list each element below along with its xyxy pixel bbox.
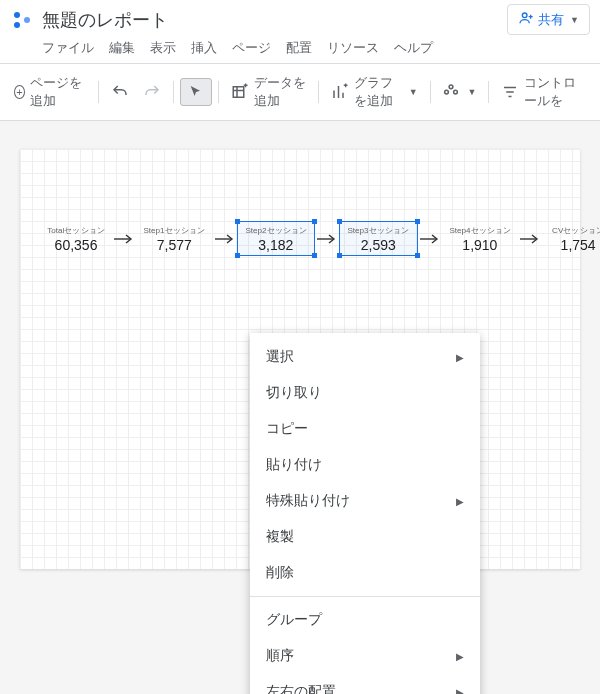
chevron-right-icon: ▶ [456,496,464,507]
ctx-copy[interactable]: コピー [250,411,480,447]
add-data-button[interactable]: データを追加 [225,70,312,114]
svg-point-5 [445,90,449,94]
data-add-icon [231,83,249,101]
chevron-down-icon: ▼ [409,87,418,97]
menu-arrange[interactable]: 配置 [286,39,312,57]
redo-icon [143,83,161,101]
scorecard-cv[interactable]: CVセッション1,754 [542,222,600,255]
app-logo-icon [10,8,34,32]
arrow-icon [419,234,441,244]
menu-page[interactable]: ページ [232,39,271,57]
ctx-select[interactable]: 選択▶ [250,339,480,375]
share-label: 共有 [538,11,564,29]
ctx-paste-special[interactable]: 特殊貼り付け▶ [250,483,480,519]
funnel-flow: Totalセッション60,356 Step1セッション7,577 Step2セッ… [40,221,600,256]
add-control-button[interactable]: コントロールを [495,70,592,114]
canvas-area[interactable]: Totalセッション60,356 Step1セッション7,577 Step2セッ… [0,121,600,694]
menu-insert[interactable]: 挿入 [191,39,217,57]
app-header: 無題のレポート 共有 ▼ ファイル 編集 表示 挿入 ページ 配置 リソース ヘ… [0,0,600,64]
ctx-duplicate[interactable]: 複製 [250,519,480,555]
toolbar: + ページを追加 データを追加 グラフを追加 ▼ ▼ コントロールを [0,64,600,121]
chevron-right-icon: ▶ [456,687,464,695]
menu-view[interactable]: 表示 [150,39,176,57]
svg-point-3 [522,13,527,18]
scorecard-step3-selected[interactable]: Step3セッション2,593 [339,221,418,256]
svg-rect-1 [14,22,20,28]
svg-point-6 [454,90,458,94]
scorecard-total[interactable]: Totalセッション60,356 [40,222,112,255]
context-menu: 選択▶ 切り取り コピー 貼り付け 特殊貼り付け▶ 複製 削除 グループ 順序▶… [250,333,480,694]
arrow-icon [113,234,135,244]
add-chart-button[interactable]: グラフを追加 ▼ [325,70,424,114]
separator [250,596,480,597]
ctx-align-h[interactable]: 左右の配置▶ [250,674,480,694]
document-title[interactable]: 無題のレポート [42,8,168,32]
ctx-group[interactable]: グループ [250,602,480,638]
arrow-icon [519,234,541,244]
arrow-icon [316,234,338,244]
community-button[interactable]: ▼ [436,79,482,105]
chevron-down-icon: ▼ [467,87,476,97]
chevron-right-icon: ▶ [456,651,464,662]
cursor-icon [187,83,205,101]
person-add-icon [518,10,534,29]
menu-resource[interactable]: リソース [327,39,379,57]
scorecard-step4[interactable]: Step4セッション1,910 [442,222,519,255]
redo-button[interactable] [137,79,167,105]
ctx-paste[interactable]: 貼り付け [250,447,480,483]
scorecard-step1[interactable]: Step1セッション7,577 [136,222,213,255]
menu-edit[interactable]: 編集 [109,39,135,57]
share-button[interactable]: 共有 ▼ [507,4,590,35]
menu-file[interactable]: ファイル [42,39,94,57]
add-page-button[interactable]: + ページを追加 [8,70,92,114]
svg-rect-0 [14,12,20,18]
svg-point-7 [450,85,454,89]
community-icon [442,83,460,101]
chevron-right-icon: ▶ [456,352,464,363]
svg-rect-2 [24,17,30,23]
chart-add-icon [331,83,349,101]
undo-icon [111,83,129,101]
menu-help[interactable]: ヘルプ [394,39,433,57]
arrow-icon [214,234,236,244]
svg-rect-4 [233,87,244,98]
chevron-down-icon: ▼ [570,15,579,25]
ctx-delete[interactable]: 削除 [250,555,480,591]
undo-button[interactable] [105,79,135,105]
select-tool[interactable] [180,78,212,106]
filter-icon [501,83,519,101]
menu-bar: ファイル 編集 表示 挿入 ページ 配置 リソース ヘルプ [10,35,590,63]
ctx-order[interactable]: 順序▶ [250,638,480,674]
plus-circle-icon: + [14,85,25,99]
ctx-cut[interactable]: 切り取り [250,375,480,411]
scorecard-step2-selected[interactable]: Step2セッション3,182 [237,221,316,256]
